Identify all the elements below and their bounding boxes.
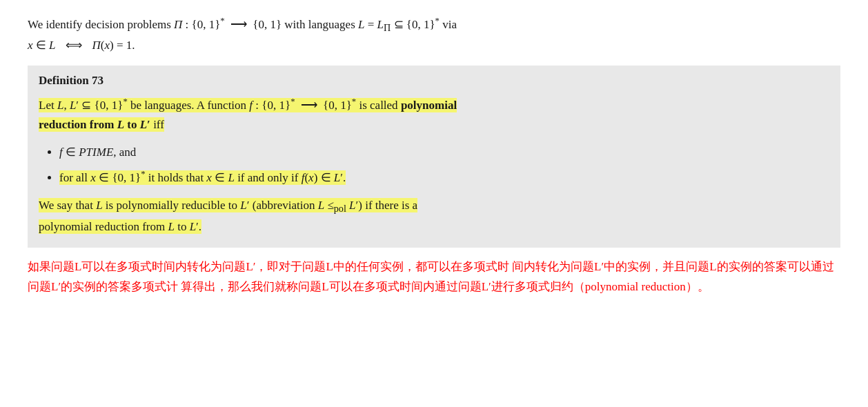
bullet-item-2: for all x ∈ {0, 1}* it holds that x ∈ L … — [59, 168, 829, 188]
bullet2-highlight: for all x ∈ {0, 1}* it holds that x ∈ L … — [59, 170, 346, 185]
chinese-annotation: 如果问题L可以在多项式时间内转化为问题L′，即对于问题L中的任何实例，都可以在多… — [28, 257, 840, 297]
reducibility-text: We say that L is polynomially reducible … — [39, 196, 829, 237]
intro-line1: We identify decision problems Π : {0, 1}… — [28, 18, 457, 31]
chinese-text: 如果问题L可以在多项式时间内转化为问题L′，即对于问题L中的任何实例，都可以在多… — [28, 260, 834, 293]
bullet-item-1: f ∈ PTIME, and — [59, 143, 829, 162]
definition-body: Let L, L′ ⊆ {0, 1}* be languages. A func… — [39, 95, 829, 237]
reducibility-highlight: We say that L is polynomially reducible … — [39, 198, 417, 234]
page-wrapper: We identify decision problems Π : {0, 1}… — [0, 0, 868, 304]
definition-box: Definition 73 Let L, L′ ⊆ {0, 1}* be lan… — [28, 66, 840, 248]
definition-highlight-text: Let L, L′ ⊆ {0, 1}* be languages. A func… — [39, 98, 457, 132]
bullet-list: f ∈ PTIME, and for all x ∈ {0, 1}* it ho… — [59, 143, 829, 188]
definition-title: Definition 73 — [39, 74, 829, 88]
intro-line2: x ∈ L ⟺ Π(x) = 1. — [28, 39, 135, 52]
intro-paragraph: We identify decision problems Π : {0, 1}… — [28, 14, 840, 54]
